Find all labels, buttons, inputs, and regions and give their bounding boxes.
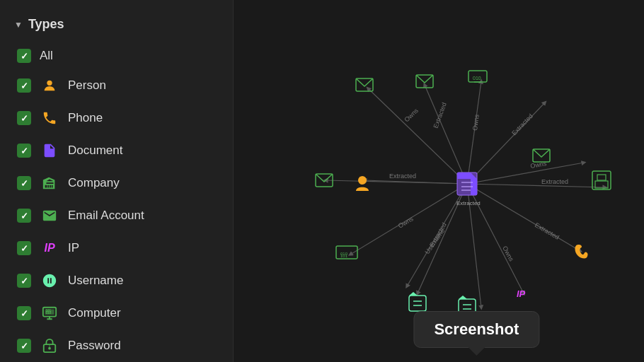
type-item-person[interactable]: Person — [7, 71, 226, 100]
checkbox-document[interactable] — [17, 144, 31, 158]
computer-icon: 010 101 — [40, 303, 59, 323]
node-username-b[interactable] — [409, 292, 426, 311]
svg-line-22 — [467, 184, 605, 187]
label-all: All — [40, 49, 53, 63]
node-email-tl[interactable] — [356, 78, 373, 91]
svg-line-12 — [368, 88, 467, 184]
checkbox-username[interactable] — [17, 274, 31, 288]
svg-text:010: 010 — [473, 76, 481, 81]
checkbox-computer[interactable] — [17, 306, 31, 320]
svg-text:IP: IP — [517, 288, 526, 299]
checkbox-password[interactable] — [17, 339, 31, 353]
node-center[interactable]: Extracted — [456, 173, 481, 206]
svg-text:Extracted: Extracted — [510, 112, 534, 136]
checkbox-ip[interactable] — [17, 241, 31, 255]
company-icon — [40, 173, 59, 193]
type-item-password[interactable]: Password — [7, 332, 226, 360]
svg-point-0 — [47, 81, 52, 86]
label-username: Username — [68, 274, 123, 288]
label-person: Person — [68, 78, 106, 93]
svg-rect-3 — [45, 181, 54, 182]
svg-rect-10 — [49, 345, 50, 347]
screenshot-label: Screenshot — [434, 320, 519, 338]
svg-text:Extracted: Extracted — [534, 221, 560, 241]
type-item-all[interactable]: All — [7, 45, 226, 67]
svg-text:Owns: Owns — [403, 107, 420, 124]
node-ip-b[interactable]: IP — [517, 288, 526, 299]
type-item-username[interactable]: Username — [7, 267, 226, 295]
type-item-computer[interactable]: 010 101 Computer — [7, 299, 226, 327]
graph-svg[interactable]: Owns Extracted Owns Extracted Owns Extra… — [234, 0, 644, 362]
svg-marker-51 — [409, 292, 418, 296]
svg-rect-2 — [47, 153, 51, 154]
node-phone-br[interactable] — [575, 245, 588, 259]
svg-rect-45 — [597, 175, 606, 180]
svg-text:Extracted: Extracted — [389, 173, 416, 180]
checkbox-email[interactable] — [17, 209, 31, 223]
types-panel: ▼ Types All Person Phone — [0, 0, 234, 362]
type-item-document[interactable]: Document — [7, 136, 226, 165]
svg-rect-1 — [47, 151, 52, 152]
svg-point-9 — [48, 347, 51, 350]
svg-text:Username: Username — [423, 227, 446, 255]
label-phone: Phone — [68, 111, 103, 125]
label-email: Email Account — [68, 209, 144, 223]
checkbox-company[interactable] — [17, 176, 31, 190]
person-icon — [40, 76, 59, 95]
chevron-icon: ▼ — [14, 20, 23, 30]
svg-marker-66 — [459, 296, 467, 299]
label-document: Document — [68, 144, 122, 158]
phone-icon — [40, 108, 59, 128]
username-icon — [40, 271, 59, 291]
checkbox-person[interactable] — [17, 78, 31, 93]
svg-point-56 — [358, 176, 367, 185]
label-password: Password — [68, 339, 121, 353]
node-person-cl[interactable] — [356, 176, 369, 191]
type-item-email[interactable]: Email Account — [7, 202, 226, 230]
node-computer-tr[interactable]: 010 — [468, 71, 487, 82]
svg-text:Owns: Owns — [530, 160, 548, 170]
svg-text:101: 101 — [46, 309, 52, 313]
email-icon — [40, 206, 59, 226]
password-icon — [40, 336, 59, 356]
svg-text:Owns: Owns — [471, 114, 481, 132]
checkbox-phone[interactable] — [17, 111, 31, 125]
document-icon — [40, 141, 59, 160]
type-item-phone[interactable]: Phone — [7, 104, 226, 132]
checkbox-all[interactable] — [17, 49, 31, 63]
type-item-company[interactable]: Company — [7, 169, 226, 197]
svg-line-14 — [425, 85, 467, 184]
svg-line-16 — [467, 81, 481, 184]
types-header: ▼ Types — [7, 14, 226, 40]
label-company: Company — [68, 176, 120, 190]
screenshot-tooltip: Screenshot — [413, 311, 539, 348]
svg-rect-48 — [409, 296, 426, 311]
label-computer: Computer — [68, 306, 121, 320]
graph-area: Owns Extracted Owns Extracted Owns Extra… — [234, 0, 644, 362]
types-title: Types — [28, 17, 64, 32]
svg-text:101: 101 — [340, 254, 348, 258]
node-company-r[interactable] — [592, 171, 611, 189]
svg-text:Extracted: Extracted — [541, 178, 568, 185]
svg-text:Extracted: Extracted — [456, 200, 481, 206]
type-item-ip[interactable]: IP IP — [7, 234, 226, 262]
label-ip: IP — [68, 241, 79, 255]
ip-icon: IP — [40, 238, 59, 258]
svg-text:Extracted: Extracted — [432, 102, 447, 129]
